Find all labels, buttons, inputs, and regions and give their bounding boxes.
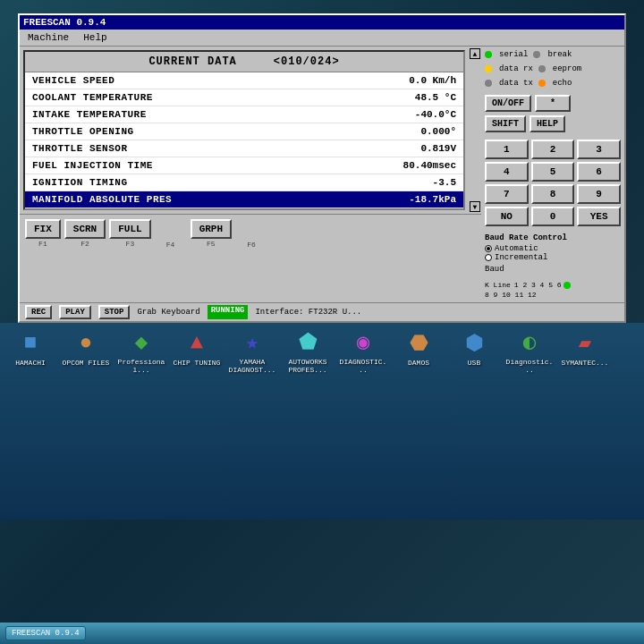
desktop-icon-label: YAMAHA DIAGNOST... (227, 358, 277, 374)
desktop-icon-label: OPCOM FILES (63, 359, 110, 367)
desktop-icon[interactable]: ◐ Diagnostic... (503, 326, 556, 376)
numpad-btn-3[interactable]: 3 (577, 140, 621, 159)
func-key-label: F4 (166, 241, 175, 249)
title-bar: FREESCAN 0.9.4 (20, 15, 624, 30)
desktop-icon[interactable]: ■ HAMACHI (4, 326, 57, 376)
data-table: VEHICLE SPEED 0.0 Km/h COOLANT TEMPERATU… (25, 72, 463, 208)
func-btn-grph[interactable]: GRPH (191, 219, 232, 239)
baud-rate-section: Baud Rate Control Automatic Incremental … (485, 233, 621, 274)
desktop-area: ■ HAMACHI ● OPCOM FILES ◆ Professional..… (0, 323, 644, 520)
desktop-icon[interactable]: ◉ DIAGNOSTIC... (336, 326, 390, 376)
scrollbar: ▲ ▼ (469, 47, 481, 214)
numpad-btn-no[interactable]: NO (485, 207, 529, 226)
func-btn-pair: GRPHF5 (191, 219, 232, 248)
numpad-btn-2[interactable]: 2 (531, 140, 575, 159)
menu-help[interactable]: Help (80, 31, 109, 44)
indicator-echo: echo (538, 79, 572, 88)
desktop-icon-label: DIAGNOSTIC... (338, 358, 388, 374)
numpad: 123456789NO0YES (485, 140, 621, 226)
rec-button[interactable]: REC (25, 305, 52, 319)
help-button[interactable]: HELP (530, 115, 565, 132)
data-row-label: MANIFOLD ABSOLUTE PRES (32, 194, 172, 205)
desktop-icon[interactable]: ★ YAMAHA DIAGNOST... (225, 326, 279, 376)
eeprom-dot (538, 65, 546, 72)
right-btn-row-2: SHIFT HELP (485, 115, 621, 132)
menu-machine[interactable]: Machine (25, 31, 72, 44)
echo-dot (538, 80, 546, 87)
desktop-icon[interactable]: ⬢ USB (447, 326, 501, 376)
func-key-label: F2 (80, 240, 89, 248)
baud-incremental-radio[interactable]: Incremental (485, 253, 621, 262)
baud-automatic-radio[interactable]: Automatic (485, 244, 621, 253)
running-badge: RUNNING (208, 305, 249, 319)
data-row-value: -18.7kPa (409, 194, 456, 205)
numpad-btn-7[interactable]: 7 (485, 184, 529, 204)
func-key-label: F6 (247, 241, 256, 249)
data-row: FUEL INJECTION TIME 80.40msec (25, 157, 463, 174)
desktop-icon-img: ⬣ (404, 328, 433, 357)
indicator-break: break (533, 50, 572, 59)
desktop-icon-label: Professional... (116, 358, 166, 374)
numpad-btn-0[interactable]: 0 (531, 207, 575, 226)
indicator-serial: serial (485, 50, 528, 59)
data-panel: CURRENT DATA <010/024> VEHICLE SPEED 0.0… (23, 50, 465, 210)
indicators-area: serial break data rx eeprom (485, 50, 621, 88)
data-row-label: VEHICLE SPEED (32, 75, 114, 86)
grab-keyboard-text: Grab Keyboard (137, 305, 199, 319)
desktop-icon[interactable]: ◆ Professional... (114, 326, 168, 376)
datarx-dot (485, 65, 492, 72)
desktop-icon[interactable]: ▰ SYMANTEC... (558, 326, 612, 376)
data-row-value: 80.40msec (403, 160, 456, 171)
desktop-icon[interactable]: ▲ CHIP TUNING (170, 326, 224, 376)
desktop-icon[interactable]: ⬣ DAMOS (392, 326, 445, 376)
break-dot (533, 51, 540, 58)
numpad-btn-6[interactable]: 6 (577, 162, 621, 182)
onoff-button[interactable]: ON/OFF (485, 95, 531, 112)
desktop-icon[interactable]: ⬟ AUTOWORKS PROFES... (281, 326, 335, 376)
desktop-icon-img: ▲ (182, 328, 211, 357)
numpad-btn-5[interactable]: 5 (531, 162, 575, 182)
numpad-btn-8[interactable]: 8 (531, 184, 575, 204)
desktop-icon-label: CHIP TUNING (174, 359, 221, 367)
data-row: THROTTLE OPENING 0.000° (25, 123, 463, 140)
scroll-down-btn[interactable]: ▼ (470, 201, 480, 212)
func-btn-fix[interactable]: FIX (25, 219, 61, 239)
data-row-value: -3.5 (433, 177, 456, 188)
function-buttons-row: FIXF1SCRNF2FULLF3F4GRPHF5F6 (20, 214, 481, 252)
baud-label: Baud (485, 265, 504, 274)
numpad-btn-4[interactable]: 4 (485, 162, 529, 182)
data-row: COOLANT TEMPERATURE 48.5 °C (25, 89, 463, 106)
data-title: CURRENT DATA (148, 55, 236, 68)
shift-button[interactable]: SHIFT (485, 115, 526, 132)
play-button[interactable]: PLAY (59, 305, 91, 319)
desktop-icon-img: ★ (238, 328, 267, 356)
baud-automatic-dot (485, 245, 492, 252)
numpad-btn-9[interactable]: 9 (577, 184, 621, 204)
numpad-btn-1[interactable]: 1 (485, 140, 529, 159)
func-btn-full[interactable]: FULL (109, 219, 150, 239)
func-btn-scrn[interactable]: SCRN (64, 219, 106, 239)
right-buttons: ON/OFF * SHIFT HELP (485, 95, 621, 132)
k-line-numbers: 1 2 3 4 5 6 (514, 281, 562, 289)
baud-value-row: Baud (485, 265, 621, 274)
scroll-up-btn[interactable]: ▲ (470, 48, 480, 59)
data-pagination: <010/024> (274, 55, 340, 68)
data-header: CURRENT DATA <010/024> (25, 52, 463, 72)
baud-title: Baud Rate Control (485, 233, 621, 242)
numpad-btn-yes[interactable]: YES (577, 207, 621, 226)
stop-button[interactable]: STOP (98, 305, 131, 319)
app-title: FREESCAN 0.9.4 (23, 17, 106, 28)
desktop-icon-img: ◉ (349, 328, 377, 356)
data-area: CURRENT DATA <010/024> VEHICLE SPEED 0.0… (20, 47, 481, 214)
func-btn-pair: FULLF3 (109, 219, 150, 248)
desktop-icon[interactable]: ● OPCOM FILES (59, 326, 113, 376)
taskbar-freescan[interactable]: FREESCAN 0.9.4 (5, 626, 86, 640)
app-window: FREESCAN 0.9.4 Machine Help CURRENT DATA… (18, 13, 626, 323)
star-button[interactable]: * (535, 95, 571, 112)
desktop-icon-label: USB (468, 359, 480, 367)
desktop-icon-img: ▰ (571, 328, 599, 357)
baud-incremental-label: Incremental (495, 253, 547, 262)
data-row-label: COOLANT TEMPERATURE (32, 92, 153, 103)
func-btn-pair: F6 (235, 218, 267, 249)
desktop-icon-img: ● (72, 328, 100, 357)
